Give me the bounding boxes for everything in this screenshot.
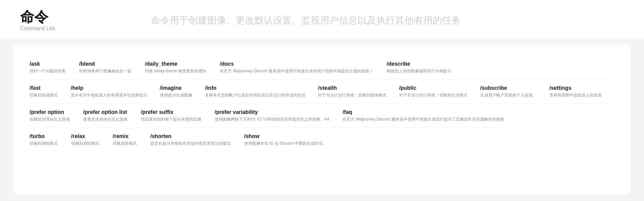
command-row-1: /fast切换到快速模式/help显示有关中途机器人的有用基本信息和提示/ima… xyxy=(30,80,614,104)
command-desc: 使用图像作业 ID 在 Discord 中重新生成作业。 xyxy=(244,141,327,146)
command-name: /docs xyxy=(220,61,373,67)
command-desc: 根据您上传的图像编写四个示例提示 xyxy=(387,68,451,74)
command-name: /ask xyxy=(30,61,66,67)
command-item-0-1: /blend轻松地将两个图像融合在一起 xyxy=(79,61,131,74)
command-name: /stealth xyxy=(318,85,386,91)
command-desc: 查看有关您的帐户以及任何排队或正在运行的作业的信息 xyxy=(205,92,305,98)
command-item-1-4: /stealth对于专业计划订阅者：切换到隐身模式 xyxy=(318,85,386,98)
command-name: /prefer suffix xyxy=(141,109,201,115)
command-desc: 创建或管理自定义选项 xyxy=(30,117,70,122)
command-item-2-4: /faq在官方 Midjourney Discord 服务器中使用可快速生成流行… xyxy=(342,109,504,122)
main-content: /ask得到一个问题的答案/blend轻松地将两个图像融合在一起/daily_t… xyxy=(13,45,631,194)
command-row-2: /prefer option创建或管理自定义选项/prefer option l… xyxy=(30,104,614,128)
command-item-2-2: /prefer suffix指定要添加到每个提示末尾的后缀 xyxy=(141,109,201,122)
command-item-1-5: /public对于专业计划订阅者：切换到公共模式 xyxy=(399,85,467,98)
command-item-0-3: /docs在官方 Midjourney Discord 服务器中使用可快速生成本… xyxy=(220,61,373,74)
command-desc: 对于专业计划订阅者：切换到隐身模式 xyxy=(318,92,386,98)
command-desc: 指定要添加到每个提示末尾的后缀 xyxy=(141,117,201,122)
page-wrapper: 命令 Command List 命令用于创建图像、更改默认设置、监视用户信息以及… xyxy=(0,0,644,201)
command-desc: 使用图像网格下方的V1 V2 V3和按钮在高和低变化之间切换。V4 xyxy=(215,117,329,122)
command-item-0-0: /ask得到一个问题的答案 xyxy=(30,61,66,74)
command-name: /show xyxy=(244,133,327,139)
command-desc: 提交长提示并接收有关如何使其更简洁的建议 xyxy=(150,141,231,146)
command-item-3-4: /show使用图像作业 ID 在 Discord 中重新生成作业。 xyxy=(244,133,327,146)
command-name: /shorten xyxy=(150,133,231,139)
page-subtitle: 命令用于创建图像、更改默认设置、监视用户信息以及执行其他有用的任务 xyxy=(55,14,557,27)
command-desc: 切换到快速模式 xyxy=(30,92,57,98)
command-desc: 切换到放松模式 xyxy=(71,141,99,146)
page-title-zh: 命令 xyxy=(20,9,55,25)
command-desc: 对于专业计划订阅者：切换到公共模式 xyxy=(399,92,467,98)
command-item-1-2: /imagine使用提示生成图像 xyxy=(160,85,192,98)
command-item-3-0: /turbo切换到涡轮模式 xyxy=(30,133,58,146)
command-item-1-7: /settings查看和调整中途机器人的设置 xyxy=(549,85,601,98)
command-desc: 轻松地将两个图像融合在一起 xyxy=(79,68,131,74)
command-item-1-3: /info查看有关您的帐户以及任何排队或正在运行的作业的信息 xyxy=(205,85,305,98)
command-item-1-1: /help显示有关中途机器人的有用基本信息和提示 xyxy=(71,85,146,98)
command-desc: 得到一个问题的答案 xyxy=(30,68,66,74)
command-name: /info xyxy=(205,85,305,91)
command-name: /blend xyxy=(79,61,131,67)
command-item-1-6: /subscribe生成用户帐户页面的个人链接。 xyxy=(480,85,536,98)
command-desc: 切换到涡轮模式 xyxy=(30,141,58,146)
header: 命令 Command List 命令用于创建图像、更改默认设置、监视用户信息以及… xyxy=(0,0,644,38)
command-name: /imagine xyxy=(160,85,192,91)
command-row-0: /ask得到一个问题的答案/blend轻松地将两个图像融合在一起/daily_t… xyxy=(30,56,614,80)
command-name: /relax xyxy=(71,133,99,139)
command-name: /fast xyxy=(30,85,57,91)
command-name: /describe xyxy=(387,61,451,67)
command-row-3: /turbo切换到涡轮模式/relax切换到放松模式/remix切换混音模式/s… xyxy=(30,128,614,152)
command-name: /turbo xyxy=(30,133,58,139)
command-desc: 切换 #daily-theme 频道更新的通知 xyxy=(145,68,206,74)
header-left: 命令 Command List xyxy=(20,9,55,31)
command-item-0-2: /daily_theme切换 #daily-theme 频道更新的通知 xyxy=(145,61,206,74)
command-item-3-2: /remix切换混音模式 xyxy=(113,133,137,146)
command-desc: 显示有关中途机器人的有用基本信息和提示 xyxy=(71,92,146,98)
command-item-2-1: /prefer option list查看您当前的自定义选项 xyxy=(83,109,127,122)
command-name: /settings xyxy=(549,85,601,91)
command-item-0-4: /describe根据您上传的图像编写四个示例提示 xyxy=(387,61,451,74)
command-name: /prefer variability xyxy=(215,109,329,115)
command-item-1-0: /fast切换到快速模式 xyxy=(30,85,57,98)
command-desc: 在官方 Midjourney Discord 服务器中使用可快速生成流行提示工艺… xyxy=(342,117,504,122)
command-name: /prefer option xyxy=(30,109,70,115)
command-name: /remix xyxy=(113,133,137,139)
command-name: /faq xyxy=(342,109,504,115)
command-item-2-3: /prefer variability使用图像网格下方的V1 V2 V3和按钮在… xyxy=(215,109,329,122)
command-name: /public xyxy=(399,85,467,91)
command-desc: 切换混音模式 xyxy=(113,141,137,146)
command-desc: 查看您当前的自定义选项 xyxy=(83,117,127,122)
command-desc: 使用提示生成图像 xyxy=(160,92,192,98)
command-item-3-1: /relax切换到放松模式 xyxy=(71,133,99,146)
command-name: /subscribe xyxy=(480,85,536,91)
command-desc: 查看和调整中途机器人的设置 xyxy=(549,92,601,98)
command-desc: 在官方 Midjourney Discord 服务器中使用可快速生成本用户指南中… xyxy=(220,68,373,74)
command-name: /daily_theme xyxy=(145,61,206,67)
command-item-2-0: /prefer option创建或管理自定义选项 xyxy=(30,109,70,122)
command-desc: 生成用户帐户页面的个人链接。 xyxy=(480,92,536,98)
command-name: /prefer option list xyxy=(83,109,127,115)
command-name: /help xyxy=(71,85,146,91)
page-title-en: Command List xyxy=(20,25,55,31)
command-item-3-3: /shorten提交长提示并接收有关如何使其更简洁的建议 xyxy=(150,133,231,146)
